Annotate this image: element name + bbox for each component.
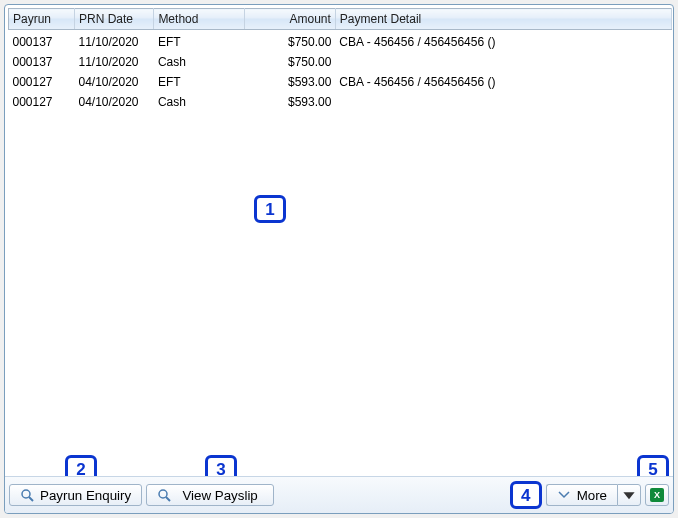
excel-icon: X [650,488,664,502]
cell-amount: $750.00 [245,52,336,72]
svg-marker-4 [623,492,634,499]
payment-history-window: PayrunPRN DateMethodAmountPayment Detail… [4,4,674,514]
magnifier-icon [20,488,34,502]
callout-4: 4 [510,481,542,509]
table-body[interactable]: 00013711/10/2020EFT$750.00CBA - 456456 /… [9,30,672,113]
cell-method: Cash [154,92,245,112]
export-excel-button[interactable]: X [645,484,669,506]
cell-payrun: 000137 [9,52,75,72]
cell-prn_date: 11/10/2020 [74,30,153,53]
cell-detail: CBA - 456456 / 456456456 () [335,72,671,92]
cell-amount: $593.00 [245,92,336,112]
more-button[interactable]: More [546,484,617,506]
table-row[interactable]: 00012704/10/2020Cash$593.00 [9,92,672,112]
column-header[interactable]: Amount [245,9,336,30]
cell-method: EFT [154,30,245,53]
toolbar: Payrun Enquiry View Payslip 4 More [5,476,673,513]
more-dropdown-button[interactable] [617,484,641,506]
more-button-group: More [546,484,641,506]
table-row[interactable]: 00013711/10/2020Cash$750.00 [9,52,672,72]
cell-prn_date: 11/10/2020 [74,52,153,72]
magnifier-icon [157,488,171,502]
view-payslip-label: View Payslip [177,488,263,503]
cell-payrun: 000137 [9,30,75,53]
callout-2: 2 [65,455,97,476]
cell-amount: $750.00 [245,30,336,53]
table-row[interactable]: 00012704/10/2020EFT$593.00CBA - 456456 /… [9,72,672,92]
cell-payrun: 000127 [9,92,75,112]
svg-line-1 [29,497,33,501]
payrun-enquiry-button[interactable]: Payrun Enquiry [9,484,142,506]
cell-detail [335,52,671,72]
cell-method: EFT [154,72,245,92]
cell-detail: CBA - 456456 / 456456456 () [335,30,671,53]
table-row[interactable]: 00013711/10/2020EFT$750.00CBA - 456456 /… [9,30,672,53]
payrun-enquiry-label: Payrun Enquiry [40,488,131,503]
svg-point-2 [159,490,167,498]
column-header[interactable]: Payrun [9,9,75,30]
cell-payrun: 000127 [9,72,75,92]
more-label: More [577,488,607,503]
callout-1: 1 [254,195,286,223]
table-header: PayrunPRN DateMethodAmountPayment Detail [9,9,672,30]
column-header[interactable]: PRN Date [74,9,153,30]
table-container: PayrunPRN DateMethodAmountPayment Detail… [5,5,673,476]
callout-5: 5 [637,455,669,476]
view-payslip-button[interactable]: View Payslip [146,484,274,506]
cell-prn_date: 04/10/2020 [74,72,153,92]
callout-3: 3 [205,455,237,476]
column-header[interactable]: Payment Detail [335,9,671,30]
svg-point-0 [22,490,30,498]
cell-prn_date: 04/10/2020 [74,92,153,112]
payment-table: PayrunPRN DateMethodAmountPayment Detail… [8,8,672,112]
cell-method: Cash [154,52,245,72]
cell-detail [335,92,671,112]
column-header[interactable]: Method [154,9,245,30]
caret-down-icon [622,488,636,502]
svg-line-3 [166,497,170,501]
chevron-down-outline-icon [557,488,571,502]
cell-amount: $593.00 [245,72,336,92]
